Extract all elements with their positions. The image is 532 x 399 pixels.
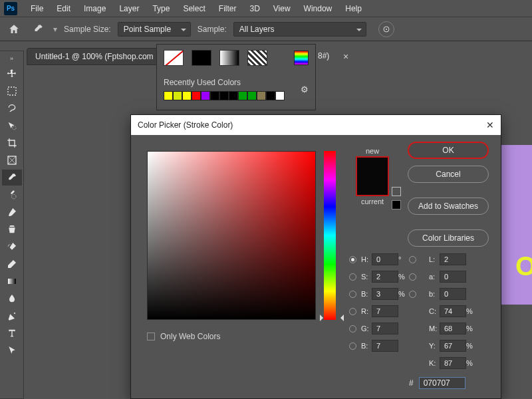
menu-window[interactable]: Window (299, 2, 338, 15)
recent-swatch[interactable] (275, 91, 285, 100)
gradient-icon[interactable] (2, 273, 22, 289)
input-a[interactable]: 0 (440, 271, 466, 283)
menu-file[interactable]: File (25, 2, 49, 15)
input-bc[interactable]: 7 (372, 340, 398, 352)
sample-size-value: Point Sample (124, 25, 171, 34)
menu-view[interactable]: View (268, 2, 296, 15)
recent-swatch[interactable] (164, 91, 173, 100)
eraser-icon[interactable] (2, 256, 22, 272)
swatch-pattern[interactable] (247, 50, 267, 66)
radio-h[interactable] (349, 256, 356, 263)
recent-swatch[interactable] (238, 91, 247, 100)
input-r[interactable]: 7 (372, 305, 398, 317)
sample-select[interactable]: All Layers (233, 22, 366, 37)
menu-layer[interactable]: Layer (114, 2, 144, 15)
brush-icon[interactable] (2, 204, 22, 220)
recent-swatch[interactable] (182, 91, 192, 100)
recent-swatch[interactable] (192, 91, 201, 100)
sample-size-select[interactable]: Point Sample (118, 22, 191, 37)
radio-b[interactable] (349, 291, 356, 298)
menu-image[interactable]: Image (78, 2, 111, 15)
input-b[interactable]: 3 (372, 288, 398, 300)
swatch-solid[interactable] (192, 50, 211, 66)
menu-select[interactable]: Select (178, 2, 210, 15)
menu-type[interactable]: Type (147, 2, 175, 15)
input-hex[interactable]: 070707 (419, 377, 466, 389)
history-brush-icon[interactable] (2, 239, 22, 255)
nearest-color-swatch[interactable] (392, 200, 401, 209)
websafe-warning-icon[interactable] (392, 187, 401, 196)
radio-s[interactable] (349, 273, 356, 281)
color-values-grid: H: 0 ° L: 2 S: 2 % a: 0 B: 3 % b: 0 R: 7… (349, 253, 489, 369)
recent-swatch[interactable] (210, 91, 219, 100)
pen-icon[interactable] (2, 308, 22, 324)
crop-icon[interactable] (2, 135, 22, 151)
type-icon[interactable] (2, 325, 22, 341)
eyedropper-icon[interactable] (2, 170, 22, 186)
input-h[interactable]: 0 (372, 253, 398, 265)
unit-pct5: % (466, 342, 477, 350)
recent-swatch[interactable] (229, 91, 238, 100)
input-m[interactable]: 68 (440, 323, 466, 334)
quick-select-icon[interactable] (2, 118, 22, 134)
radio-lab-b[interactable] (409, 291, 416, 298)
menu-3d[interactable]: 3D (244, 2, 265, 15)
gear-icon[interactable]: ⚙ (301, 84, 309, 94)
move-icon[interactable] (2, 66, 22, 82)
lasso-icon[interactable] (2, 100, 22, 116)
label-k: K: (429, 359, 440, 367)
recent-swatch[interactable] (219, 91, 229, 100)
svg-rect-2 (8, 87, 16, 95)
rect-marquee-icon[interactable] (2, 83, 22, 99)
ok-button[interactable]: OK (408, 142, 489, 159)
recent-swatch[interactable] (257, 91, 266, 100)
radio-a[interactable] (409, 273, 416, 281)
blur-icon[interactable] (2, 291, 22, 307)
swatch-none[interactable] (164, 50, 184, 66)
recent-swatch[interactable] (201, 91, 210, 100)
clone-icon[interactable] (2, 221, 22, 237)
close-icon[interactable]: × (343, 51, 348, 62)
recent-swatch[interactable] (173, 91, 182, 100)
cancel-button[interactable]: Cancel (408, 166, 489, 183)
input-s[interactable]: 2 (372, 271, 398, 283)
hue-slider[interactable] (324, 151, 336, 320)
input-g[interactable]: 7 (372, 323, 398, 334)
saturation-brightness-field[interactable] (147, 151, 316, 320)
radio-r[interactable] (349, 308, 356, 315)
radio-bc[interactable] (349, 342, 356, 350)
frame-icon[interactable] (2, 152, 22, 168)
recent-swatches (164, 91, 309, 100)
color-preview[interactable] (356, 156, 389, 196)
add-swatches-button[interactable]: Add to Swatches (408, 198, 489, 215)
input-y[interactable]: 67 (440, 340, 466, 352)
unit-pct3: % (466, 307, 477, 315)
menu-filter[interactable]: Filter (213, 2, 242, 15)
path-select-icon[interactable] (2, 342, 22, 358)
svg-rect-7 (8, 279, 16, 284)
only-web-colors-checkbox[interactable] (147, 332, 155, 340)
input-k[interactable]: 87 (440, 357, 466, 369)
home-button[interactable] (5, 21, 23, 38)
toolbox-expand-icon[interactable]: » (10, 55, 13, 65)
radio-g[interactable] (349, 325, 356, 332)
close-icon[interactable]: ✕ (486, 120, 494, 130)
menu-help[interactable]: Help (340, 2, 367, 15)
radio-l[interactable] (409, 256, 416, 263)
swatch-gradient[interactable] (219, 50, 239, 66)
label-a: a: (429, 273, 440, 281)
tool-preset-eyedropper-icon[interactable] (29, 21, 47, 38)
input-c[interactable]: 74 (440, 305, 466, 317)
input-l[interactable]: 2 (440, 253, 466, 265)
input-lab-b[interactable]: 0 (440, 288, 466, 300)
recent-swatch[interactable] (247, 91, 257, 100)
color-libraries-button[interactable]: Color Libraries (408, 229, 489, 247)
menu-edit[interactable]: Edit (51, 2, 76, 15)
document-tab[interactable]: Untitled-1 @ 100% (Fptshop.com (27, 48, 162, 65)
recent-swatch[interactable] (266, 91, 275, 100)
sample-ring-icon[interactable] (378, 21, 394, 37)
spot-heal-icon[interactable] (2, 187, 22, 203)
tools-panel: » (0, 51, 24, 399)
color-spectrum-icon[interactable] (294, 51, 309, 65)
dialog-titlebar[interactable]: Color Picker (Stroke Color) ✕ (131, 115, 501, 135)
